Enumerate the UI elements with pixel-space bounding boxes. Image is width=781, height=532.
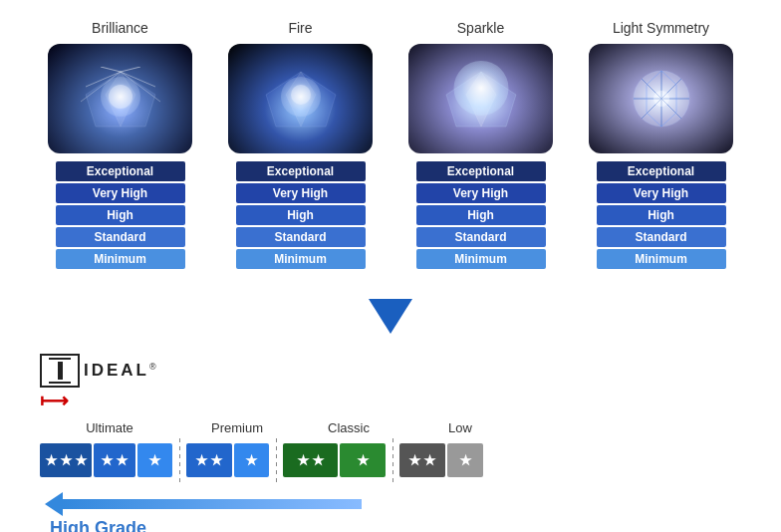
premium-bar-1star: ★ [234,443,269,477]
diamond-col-light-symmetry: Light Symmetry Exceptional Very High Hig… [574,20,748,269]
bottom-section: IDEAL® ⟼ Ultimate Premium Classic Low [30,354,751,532]
low-bar-1star: ★ [447,443,483,477]
classic-bar-1star: ★ [340,443,386,477]
rating-exceptional: Exceptional [56,161,185,181]
ideal-registered: ® [149,362,156,372]
star-icon: ★ [408,452,421,468]
rating-high: High [236,205,366,225]
star-icon: ★ [101,452,114,468]
classic-bar-2star: ★ ★ [283,443,338,477]
brilliance-label: Brilliance [92,20,148,36]
arrow-line [63,499,362,509]
star-icon: ★ [148,452,161,468]
diamond-col-sparkle: Sparkle Exceptional Very High High Stand… [393,20,568,269]
ultimate-bar-3star: ★ ★ ★ [40,443,92,477]
svg-point-20 [653,91,669,107]
premium-label: Premium [193,420,281,435]
rating-standard: Standard [416,227,546,247]
star-icon: ★ [210,452,223,468]
diamond-col-brilliance: Brilliance Exceptional Very High [33,20,207,269]
rating-veryhigh: Very High [56,183,185,203]
low-label: Low [416,420,504,435]
star-icon: ★ [45,452,58,468]
classic-label: Classic [295,420,402,435]
star-icon: ★ [312,452,325,468]
high-grade-text: High Grade [50,518,146,532]
high-grade-arrow [45,492,362,516]
rating-veryhigh: Very High [597,183,726,203]
fire-image [228,44,373,153]
brilliance-ratings: Exceptional Very High High Standard Mini… [56,161,185,269]
ideal-text: IDEAL [84,361,149,380]
high-grade-section: High Grade [40,492,741,532]
rating-minimum: Minimum [56,249,185,269]
diamond-col-fire: Fire Exceptional Very High High Standard… [213,20,388,269]
rating-exceptional: Exceptional [236,161,366,181]
ideal-bracket-icon: ⟼ [40,389,71,412]
arrow-left-head-icon [45,492,63,516]
light-symmetry-label: Light Symmetry [613,20,709,36]
fire-ratings: Exceptional Very High High Standard Mini… [236,161,366,269]
ultimate-bar-2star: ★ ★ [94,443,135,477]
rating-exceptional: Exceptional [597,161,726,181]
rating-standard: Standard [56,227,185,247]
star-icon: ★ [116,452,129,468]
brilliance-image [48,44,192,153]
rating-minimum: Minimum [236,249,366,269]
rating-minimum: Minimum [416,249,546,269]
star-icon: ★ [60,452,73,468]
rating-minimum: Minimum [597,249,726,269]
ultimate-bar-1star: ★ [137,443,172,477]
rating-standard: Standard [597,227,726,247]
star-icon: ★ [357,452,370,468]
ideal-logo: IDEAL® ⟼ [40,354,156,412]
divider-ultimate-premium [172,438,186,482]
light-symmetry-image [589,44,733,153]
divider-classic-low [386,438,399,482]
star-icon: ★ [423,452,436,468]
grade-scale-wrapper: Ultimate Premium Classic Low ★ ★ ★ [40,420,741,482]
premium-bar-2star: ★ ★ [186,443,232,477]
rating-high: High [597,205,726,225]
main-container: Brilliance Exceptional Very High [0,0,781,532]
fire-label: Fire [288,20,312,36]
divider-premium-classic [269,438,283,482]
diamonds-section: Brilliance Exceptional Very High [30,20,751,269]
ultimate-label: Ultimate [40,420,179,435]
star-icon: ★ [297,452,310,468]
light-symmetry-ratings: Exceptional Very High High Standard Mini… [597,161,726,269]
rating-high: High [416,205,546,225]
low-bar-2star: ★ ★ [399,443,445,477]
star-icon: ★ [195,452,208,468]
rating-standard: Standard [236,227,366,247]
star-icon: ★ [245,452,258,468]
rating-exceptional: Exceptional [416,161,546,181]
star-icon: ★ [75,452,88,468]
rating-veryhigh: Very High [416,183,546,203]
sparkle-ratings: Exceptional Very High High Standard Mini… [416,161,546,269]
ideal-logo-row: IDEAL® ⟼ [40,354,741,412]
svg-line-4 [121,67,140,72]
rating-high: High [56,205,185,225]
down-arrow-icon [369,299,412,334]
sparkle-label: Sparkle [457,20,504,36]
rating-veryhigh: Very High [236,183,366,203]
star-icon: ★ [459,452,472,468]
sparkle-image [408,44,553,153]
svg-line-3 [101,67,121,72]
down-arrow-section [30,299,751,334]
